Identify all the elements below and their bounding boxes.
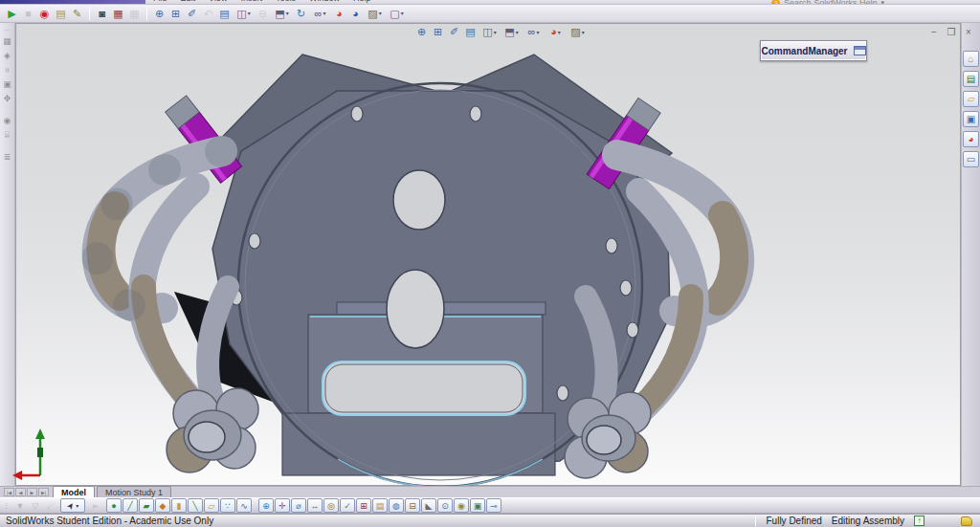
filter-centerline-icon[interactable]: ⌀ (291, 498, 306, 513)
solidworks-resources-tab[interactable]: ⌂ (963, 51, 979, 67)
smart-fasteners-icon[interactable]: ▣ (1, 77, 14, 91)
stop-macro-icon[interactable]: ■ (20, 6, 36, 21)
toolbar-separator (89, 7, 90, 20)
insert-components-icon[interactable]: ▦ (1, 34, 14, 48)
filter-solid-bodies-icon[interactable]: ▮ (171, 498, 187, 513)
apply-scene-icon[interactable]: ▨ (364, 6, 386, 21)
zoom-out-icon[interactable]: ⊖ (255, 6, 271, 21)
linear-component-pattern-icon[interactable]: ⌗ (1, 63, 14, 77)
hu-view-orientation-icon[interactable]: ◫ (479, 25, 501, 40)
toolbar-grip[interactable]: ⋯ (4, 26, 11, 33)
filter-axes-icon[interactable]: ╲ (188, 498, 203, 513)
filter-center-marks-icon[interactable]: ✛ (275, 498, 290, 513)
filter-sketch-segments-icon[interactable]: ∿ (236, 498, 252, 513)
move-component-icon[interactable]: ✥ (1, 92, 14, 105)
toggle-selection-filters-icon[interactable]: ▼ (12, 498, 28, 513)
prev-tab-button[interactable]: ◀ (15, 488, 26, 496)
menu-window[interactable]: Window (309, 0, 340, 3)
previous-view-icon[interactable]: ↶ (200, 6, 216, 21)
file-explorer-tab[interactable]: ▱ (963, 91, 979, 107)
hu-appearances-icon[interactable]: ◕ (545, 25, 567, 40)
graphics-viewport[interactable] (15, 23, 961, 486)
appearances-icon[interactable]: ◕ (331, 6, 347, 21)
assembly-features-icon[interactable]: ⌸ (1, 128, 14, 142)
filter-geometric-tolerances-icon[interactable]: ⊞ (356, 498, 371, 513)
filter-routing-points-icon[interactable]: ⊸ (486, 498, 501, 513)
filter-surface-bodies-icon[interactable]: ◆ (155, 498, 170, 513)
zoom-in-out-icon[interactable]: ⊕ (151, 6, 167, 21)
filter-welds-icon[interactable]: ◣ (421, 498, 436, 513)
menu-tools[interactable]: Tools (276, 0, 296, 3)
tab-model[interactable]: Model (53, 486, 95, 497)
lasso-select-icon[interactable]: ➢ (87, 498, 102, 513)
next-tab-button[interactable]: ▶ (27, 488, 37, 496)
restore-button[interactable]: ❐ (946, 26, 957, 37)
zoom-to-selection-icon[interactable]: ✐ (184, 6, 200, 21)
filter-notes-icon[interactable]: ▤ (372, 498, 388, 513)
hu-hide-show-items-icon[interactable]: ∞ (523, 25, 545, 40)
filter-dimensions-icon[interactable]: ↔ (307, 498, 323, 513)
filter-midpoints-icon[interactable]: ⊕ (258, 498, 274, 513)
show-hidden-components-icon[interactable]: ◉ (1, 114, 14, 127)
menu-edit[interactable]: Edit (181, 0, 196, 3)
quick-tips-icon[interactable] (961, 516, 972, 526)
filter-planes-icon[interactable]: ▱ (204, 498, 219, 513)
filter-datums-icon[interactable]: ⊟ (405, 498, 420, 513)
hu-section-view-icon[interactable]: ▤ (462, 25, 479, 40)
reference-geometry-icon[interactable]: ≣ (1, 150, 14, 164)
filter-hole-callouts-icon[interactable]: ◎ (323, 498, 339, 513)
first-tab-button[interactable]: |◀ (4, 488, 14, 496)
hu-apply-scene-icon[interactable]: ▨ (567, 25, 589, 40)
filter-cosmetic-threads-icon[interactable]: ◉ (454, 498, 469, 513)
filter-vertices-icon[interactable]: ● (106, 498, 122, 513)
section-view-icon[interactable]: ▤ (216, 6, 233, 21)
menu-help[interactable]: Help (353, 0, 371, 3)
filter-datum-targets-icon[interactable]: ⊙ (437, 498, 453, 513)
screen-capture-icon[interactable]: ◙ (94, 6, 110, 21)
rebuild-icon[interactable]: ↻ (293, 6, 309, 21)
filter-balloons-icon[interactable]: ◍ (389, 498, 404, 513)
close-button[interactable]: × (963, 26, 974, 37)
status-right-group: Fully Defined Editing Assembly ↑ (755, 516, 980, 526)
save-capture-icon[interactable]: ▦ (126, 6, 143, 21)
record-macro-icon[interactable]: ◉ (36, 6, 53, 21)
zoom-to-area-icon[interactable]: ⊞ (167, 6, 184, 21)
menu-file[interactable]: File (153, 0, 167, 3)
command-manager-toolbar[interactable]: CommandManager (760, 40, 867, 61)
hu-zoom-area-icon[interactable]: ⊞ (430, 25, 446, 40)
task-pane: ⌂▤▱▣◕▭ (961, 23, 980, 486)
edit-macro-icon[interactable]: ✎ (69, 6, 85, 21)
new-macro-icon[interactable]: ▤ (53, 6, 69, 21)
mate-icon[interactable]: ◈ (1, 49, 14, 62)
hu-display-style-icon[interactable]: ⬒ (501, 25, 523, 40)
filter-blocks-icon[interactable]: ▣ (470, 498, 485, 513)
tab-motion-study-1[interactable]: Motion Study 1 (97, 486, 171, 497)
custom-properties-tab[interactable]: ▭ (963, 151, 979, 167)
play-macro-icon[interactable]: ▶ (4, 6, 20, 21)
filter-faces-icon[interactable]: ▰ (139, 498, 154, 513)
filter-sketch-points-icon[interactable]: ∵ (220, 498, 235, 513)
clear-all-filters-icon[interactable]: ▽ (28, 498, 43, 513)
select-tool-button[interactable]: ➤ ▾ (60, 498, 85, 513)
status-help-icon[interactable]: ↑ (914, 516, 924, 526)
minimize-button[interactable]: − (928, 26, 940, 37)
appearances-scenes-tab[interactable]: ◕ (963, 131, 979, 147)
last-tab-button[interactable]: ▶| (38, 488, 49, 496)
hu-zoom-fit-icon[interactable]: ⊕ (413, 25, 430, 40)
record-video-icon[interactable]: ▦ (110, 6, 126, 21)
tab-navigation: |◀◀▶▶| (4, 488, 49, 496)
view-orientation-icon[interactable]: ◫ (233, 6, 255, 21)
menu-view[interactable]: View (209, 0, 227, 3)
hide-show-items-icon[interactable]: ∞ (309, 6, 331, 21)
filter-surface-finish-icon[interactable]: ✓ (340, 498, 355, 513)
design-library-tab[interactable]: ▤ (963, 71, 979, 87)
menu-insert[interactable]: Insert (240, 0, 262, 3)
view-settings-icon[interactable]: ▢ (386, 6, 408, 21)
edit-appearance-icon[interactable]: ◕ (347, 6, 364, 21)
toolbar-grip[interactable]: ⋮ (3, 502, 10, 510)
display-style-icon[interactable]: ⬒ (271, 6, 293, 21)
view-palette-tab[interactable]: ▣ (963, 111, 979, 127)
wand-filter-icon[interactable]: ☄ (43, 498, 58, 513)
hu-zoom-selection-icon[interactable]: ✐ (446, 25, 462, 40)
filter-edges-icon[interactable]: ╱ (122, 498, 138, 513)
